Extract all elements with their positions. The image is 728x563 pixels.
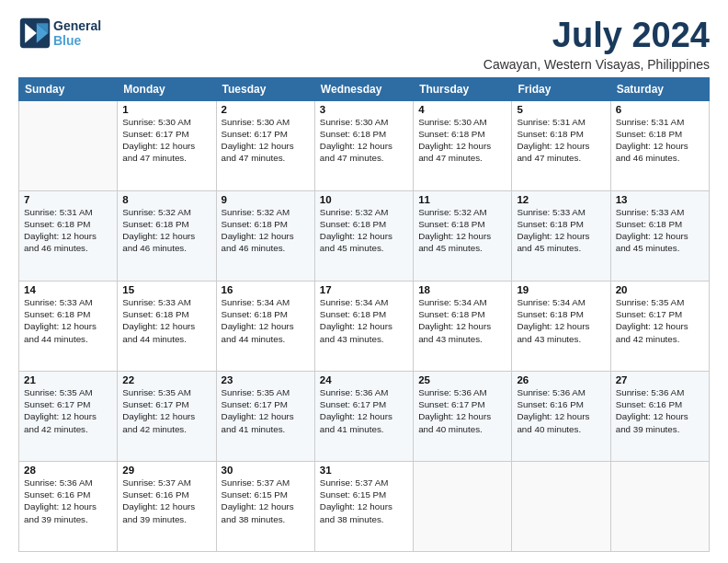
- day-cell: 20Sunrise: 5:35 AMSunset: 6:17 PMDayligh…: [610, 281, 709, 371]
- day-info: Sunrise: 5:33 AMSunset: 6:18 PMDaylight:…: [517, 206, 605, 255]
- day-info: Sunrise: 5:37 AMSunset: 6:15 PMDaylight:…: [320, 477, 408, 525]
- day-info: Sunrise: 5:34 AMSunset: 6:18 PMDaylight:…: [320, 296, 408, 345]
- day-cell: 26Sunrise: 5:36 AMSunset: 6:16 PMDayligh…: [512, 371, 610, 461]
- day-info: Sunrise: 5:30 AMSunset: 6:17 PMDaylight:…: [122, 116, 210, 165]
- day-cell: 29Sunrise: 5:37 AMSunset: 6:16 PMDayligh…: [118, 461, 216, 551]
- day-cell: 3Sunrise: 5:30 AMSunset: 6:18 PMDaylight…: [314, 100, 413, 190]
- day-info: Sunrise: 5:34 AMSunset: 6:18 PMDaylight:…: [517, 296, 605, 345]
- day-info: Sunrise: 5:30 AMSunset: 6:18 PMDaylight:…: [320, 116, 408, 165]
- day-cell: 9Sunrise: 5:32 AMSunset: 6:18 PMDaylight…: [216, 190, 314, 281]
- day-cell: [512, 461, 610, 551]
- day-cell: 17Sunrise: 5:34 AMSunset: 6:18 PMDayligh…: [314, 281, 413, 371]
- day-cell: 22Sunrise: 5:35 AMSunset: 6:17 PMDayligh…: [118, 371, 216, 461]
- day-cell: 14Sunrise: 5:33 AMSunset: 6:18 PMDayligh…: [19, 281, 118, 371]
- day-number: 8: [122, 194, 210, 205]
- day-info: Sunrise: 5:35 AMSunset: 6:17 PMDaylight:…: [24, 386, 112, 435]
- day-cell: 1Sunrise: 5:30 AMSunset: 6:17 PMDaylight…: [118, 100, 216, 190]
- day-info: Sunrise: 5:32 AMSunset: 6:18 PMDaylight:…: [222, 206, 310, 255]
- day-cell: [610, 461, 709, 551]
- week-row-4: 28Sunrise: 5:36 AMSunset: 6:16 PMDayligh…: [19, 461, 710, 551]
- day-info: Sunrise: 5:33 AMSunset: 6:18 PMDaylight:…: [122, 296, 210, 345]
- day-number: 2: [222, 104, 310, 115]
- col-header-monday: Monday: [118, 77, 216, 100]
- day-cell: 21Sunrise: 5:35 AMSunset: 6:17 PMDayligh…: [19, 371, 118, 461]
- day-number: 7: [24, 194, 112, 205]
- day-number: 25: [418, 374, 506, 385]
- day-cell: 15Sunrise: 5:33 AMSunset: 6:18 PMDayligh…: [118, 281, 216, 371]
- day-info: Sunrise: 5:34 AMSunset: 6:18 PMDaylight:…: [222, 296, 310, 345]
- col-header-saturday: Saturday: [610, 77, 709, 100]
- week-row-2: 14Sunrise: 5:33 AMSunset: 6:18 PMDayligh…: [19, 281, 710, 371]
- col-header-tuesday: Tuesday: [216, 77, 314, 100]
- day-cell: 11Sunrise: 5:32 AMSunset: 6:18 PMDayligh…: [414, 190, 512, 281]
- day-info: Sunrise: 5:31 AMSunset: 6:18 PMDaylight:…: [616, 116, 704, 165]
- day-cell: 28Sunrise: 5:36 AMSunset: 6:16 PMDayligh…: [19, 461, 118, 551]
- day-number: 16: [222, 284, 310, 295]
- day-number: 18: [418, 284, 506, 295]
- day-info: Sunrise: 5:31 AMSunset: 6:18 PMDaylight:…: [517, 116, 605, 165]
- day-number: 1: [122, 104, 210, 115]
- day-cell: 19Sunrise: 5:34 AMSunset: 6:18 PMDayligh…: [512, 281, 610, 371]
- calendar-table: SundayMondayTuesdayWednesdayThursdayFrid…: [18, 77, 710, 552]
- header: General Blue July 2024 Cawayan, Western …: [18, 17, 710, 72]
- day-number: 5: [517, 104, 605, 115]
- col-header-thursday: Thursday: [414, 77, 512, 100]
- col-header-sunday: Sunday: [19, 77, 118, 100]
- week-row-3: 21Sunrise: 5:35 AMSunset: 6:17 PMDayligh…: [19, 371, 710, 461]
- day-cell: 4Sunrise: 5:30 AMSunset: 6:18 PMDaylight…: [414, 100, 512, 190]
- day-number: 10: [320, 194, 408, 205]
- col-header-friday: Friday: [512, 77, 610, 100]
- day-number: 20: [616, 284, 704, 295]
- day-cell: 7Sunrise: 5:31 AMSunset: 6:18 PMDaylight…: [19, 190, 118, 281]
- day-number: 29: [122, 465, 210, 476]
- day-number: 4: [418, 104, 506, 115]
- calendar-header-row: SundayMondayTuesdayWednesdayThursdayFrid…: [19, 77, 710, 100]
- page: General Blue July 2024 Cawayan, Western …: [0, 0, 728, 563]
- day-info: Sunrise: 5:36 AMSunset: 6:16 PMDaylight:…: [24, 477, 112, 525]
- day-cell: 13Sunrise: 5:33 AMSunset: 6:18 PMDayligh…: [610, 190, 709, 281]
- day-info: Sunrise: 5:32 AMSunset: 6:18 PMDaylight:…: [122, 206, 210, 255]
- day-number: 11: [418, 194, 506, 205]
- day-cell: 27Sunrise: 5:36 AMSunset: 6:16 PMDayligh…: [610, 371, 709, 461]
- day-number: 12: [517, 194, 605, 205]
- day-info: Sunrise: 5:31 AMSunset: 6:18 PMDaylight:…: [24, 206, 112, 255]
- day-number: 27: [616, 374, 704, 385]
- day-info: Sunrise: 5:36 AMSunset: 6:17 PMDaylight:…: [418, 386, 506, 435]
- day-number: 13: [616, 194, 704, 205]
- day-number: 23: [222, 374, 310, 385]
- day-info: Sunrise: 5:35 AMSunset: 6:17 PMDaylight:…: [616, 296, 704, 345]
- logo-icon: [18, 17, 51, 50]
- day-cell: 12Sunrise: 5:33 AMSunset: 6:18 PMDayligh…: [512, 190, 610, 281]
- day-cell: 16Sunrise: 5:34 AMSunset: 6:18 PMDayligh…: [216, 281, 314, 371]
- day-cell: 8Sunrise: 5:32 AMSunset: 6:18 PMDaylight…: [118, 190, 216, 281]
- logo-text: General Blue: [53, 18, 101, 48]
- day-info: Sunrise: 5:35 AMSunset: 6:17 PMDaylight:…: [222, 386, 310, 435]
- logo: General Blue: [18, 17, 101, 50]
- day-cell: 23Sunrise: 5:35 AMSunset: 6:17 PMDayligh…: [216, 371, 314, 461]
- day-info: Sunrise: 5:36 AMSunset: 6:16 PMDaylight:…: [616, 386, 704, 435]
- day-cell: 18Sunrise: 5:34 AMSunset: 6:18 PMDayligh…: [414, 281, 512, 371]
- day-info: Sunrise: 5:37 AMSunset: 6:16 PMDaylight:…: [122, 477, 210, 525]
- day-number: 31: [320, 465, 408, 476]
- day-cell: 30Sunrise: 5:37 AMSunset: 6:15 PMDayligh…: [216, 461, 314, 551]
- day-number: 30: [222, 465, 310, 476]
- week-row-0: 1Sunrise: 5:30 AMSunset: 6:17 PMDaylight…: [19, 100, 710, 190]
- day-number: 9: [222, 194, 310, 205]
- day-cell: 6Sunrise: 5:31 AMSunset: 6:18 PMDaylight…: [610, 100, 709, 190]
- day-info: Sunrise: 5:32 AMSunset: 6:18 PMDaylight:…: [418, 206, 506, 255]
- day-number: 15: [122, 284, 210, 295]
- day-cell: 2Sunrise: 5:30 AMSunset: 6:17 PMDaylight…: [216, 100, 314, 190]
- day-number: 3: [320, 104, 408, 115]
- day-info: Sunrise: 5:30 AMSunset: 6:18 PMDaylight:…: [418, 116, 506, 165]
- day-cell: [19, 100, 118, 190]
- day-info: Sunrise: 5:34 AMSunset: 6:18 PMDaylight:…: [418, 296, 506, 345]
- day-number: 28: [24, 465, 112, 476]
- col-header-wednesday: Wednesday: [314, 77, 413, 100]
- day-info: Sunrise: 5:30 AMSunset: 6:17 PMDaylight:…: [222, 116, 310, 165]
- month-title: July 2024: [483, 17, 710, 55]
- day-number: 14: [24, 284, 112, 295]
- day-number: 24: [320, 374, 408, 385]
- day-info: Sunrise: 5:36 AMSunset: 6:16 PMDaylight:…: [517, 386, 605, 435]
- day-number: 17: [320, 284, 408, 295]
- day-cell: 5Sunrise: 5:31 AMSunset: 6:18 PMDaylight…: [512, 100, 610, 190]
